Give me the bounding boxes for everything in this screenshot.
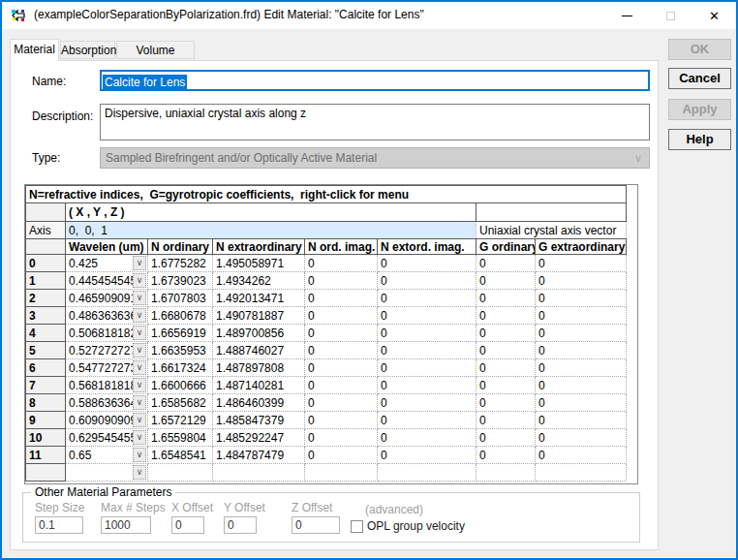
row-index[interactable]: 0 — [26, 255, 66, 272]
row-index[interactable]: 7 — [26, 377, 66, 394]
axis-value-cell[interactable]: 0, 0, 1 — [66, 222, 477, 239]
value-cell[interactable]: 1.6707803 — [148, 290, 213, 307]
value-cell[interactable]: 0 — [378, 290, 477, 307]
opl-group-velocity-checkbox[interactable] — [351, 520, 363, 533]
close-button[interactable]: ✕ — [692, 2, 736, 29]
value-cell[interactable]: 0 — [378, 255, 477, 272]
value-cell[interactable]: 0 — [305, 377, 378, 394]
value-cell[interactable]: 0 — [305, 255, 378, 272]
wavelen-cell[interactable]: 0.425∨ — [66, 255, 148, 272]
wavelen-cell[interactable]: 0.527272727∨ — [66, 342, 148, 359]
wavelen-cell[interactable]: 0.547727273∨ — [66, 359, 148, 377]
value-cell[interactable]: 0 — [378, 447, 477, 464]
tab-material[interactable]: Material — [10, 39, 59, 61]
value-cell[interactable]: 0 — [378, 394, 477, 412]
wavelen-cell[interactable]: 0.588636364∨ — [66, 394, 148, 412]
wavelen-dropdown-button[interactable]: ∨ — [133, 395, 146, 410]
value-cell[interactable]: 0 — [536, 447, 627, 464]
description-input[interactable]: Dispersive, uniaxial crystal axis along … — [100, 104, 650, 140]
value-cell[interactable]: 0 — [536, 290, 627, 307]
value-cell[interactable]: 1.487140281 — [213, 377, 305, 394]
value-cell[interactable]: 0 — [477, 447, 536, 464]
value-cell[interactable]: 0 — [378, 272, 477, 290]
value-cell[interactable]: 0 — [305, 307, 378, 325]
value-cell[interactable]: 1.495058971 — [213, 255, 305, 272]
value-cell[interactable]: 1.488746027 — [213, 342, 305, 359]
value-cell[interactable]: 1.485292247 — [213, 429, 305, 447]
value-cell[interactable]: 1.484787479 — [213, 447, 305, 464]
value-cell[interactable]: 1.6600666 — [148, 377, 213, 394]
row-index[interactable]: 9 — [26, 412, 66, 429]
value-cell[interactable]: 1.6635953 — [148, 342, 213, 359]
value-cell[interactable]: 1.489700856 — [213, 325, 305, 342]
value-cell[interactable]: 0 — [536, 394, 627, 412]
value-cell[interactable]: 0 — [305, 412, 378, 429]
value-cell[interactable]: 0 — [477, 272, 536, 290]
row-index[interactable]: 2 — [26, 290, 66, 307]
wavelen-dropdown-button[interactable]: ∨ — [133, 343, 146, 358]
wavelen-dropdown-button[interactable]: ∨ — [133, 360, 146, 375]
value-cell[interactable]: 0 — [305, 447, 378, 464]
value-cell[interactable]: 1.6585682 — [148, 394, 213, 412]
value-cell[interactable]: 0 — [536, 307, 627, 325]
value-cell[interactable]: 0 — [378, 342, 477, 359]
row-index[interactable] — [26, 464, 66, 482]
value-cell[interactable]: 0 — [305, 429, 378, 447]
value-cell[interactable]: 1.6559804 — [148, 429, 213, 447]
value-cell[interactable] — [378, 464, 477, 482]
value-cell[interactable]: 1.6548541 — [148, 447, 213, 464]
value-cell[interactable]: 0 — [536, 255, 627, 272]
name-input[interactable]: Calcite for Lens — [100, 70, 650, 91]
value-cell[interactable]: 0 — [477, 412, 536, 429]
value-cell[interactable]: 0 — [305, 290, 378, 307]
wavelen-dropdown-button[interactable]: ∨ — [133, 291, 146, 305]
table-banner[interactable]: N=refractive indices, G=gyrotropic coeff… — [26, 186, 627, 203]
value-cell[interactable]: 0 — [477, 307, 536, 325]
row-index[interactable]: 11 — [26, 447, 66, 464]
value-cell[interactable]: 0 — [378, 412, 477, 429]
tab-volume-scatter[interactable]: Volume Scatter — [116, 41, 195, 59]
value-cell[interactable]: 0 — [536, 342, 627, 359]
value-cell[interactable]: 0 — [305, 342, 378, 359]
value-cell[interactable]: 0 — [305, 359, 378, 377]
value-cell[interactable]: 1.6572129 — [148, 412, 213, 429]
value-cell[interactable]: 0 — [536, 377, 627, 394]
row-index[interactable]: 4 — [26, 325, 66, 342]
wavelen-cell[interactable]: 0.506818182∨ — [66, 325, 148, 342]
value-cell[interactable]: 0 — [477, 290, 536, 307]
wavelen-dropdown-button[interactable]: ∨ — [133, 256, 146, 270]
tab-absorption[interactable]: Absorption — [60, 41, 115, 59]
value-cell[interactable]: 0 — [536, 272, 627, 290]
wavelen-cell[interactable]: 0.445454545∨ — [66, 272, 148, 290]
value-cell[interactable] — [477, 464, 536, 482]
value-cell[interactable] — [305, 464, 378, 482]
value-cell[interactable]: 1.6775282 — [148, 255, 213, 272]
wavelen-cell[interactable]: 0.568181818∨ — [66, 377, 148, 394]
help-button[interactable]: Help — [668, 129, 731, 150]
value-cell[interactable]: 1.6739023 — [148, 272, 213, 290]
value-cell[interactable]: 0 — [536, 325, 627, 342]
cancel-button[interactable]: Cancel — [668, 68, 731, 89]
value-cell[interactable]: 1.4934262 — [213, 272, 305, 290]
wavelen-dropdown-button[interactable]: ∨ — [133, 413, 146, 427]
value-cell[interactable]: 0 — [378, 377, 477, 394]
value-cell[interactable]: 1.485847379 — [213, 412, 305, 429]
value-cell[interactable]: 0 — [305, 394, 378, 412]
value-cell[interactable]: 0 — [477, 325, 536, 342]
value-cell[interactable]: 0 — [477, 394, 536, 412]
wavelen-dropdown-button[interactable]: ∨ — [133, 273, 146, 288]
minimize-button[interactable] — [605, 2, 649, 29]
value-cell[interactable] — [148, 464, 213, 482]
value-cell[interactable]: 1.6617324 — [148, 359, 213, 377]
row-index[interactable]: 10 — [26, 429, 66, 447]
value-cell[interactable]: 1.486460399 — [213, 394, 305, 412]
value-cell[interactable]: 0 — [477, 255, 536, 272]
wavelen-dropdown-button[interactable]: ∨ — [133, 326, 146, 340]
value-cell[interactable]: 0 — [305, 272, 378, 290]
value-cell[interactable]: 0 — [477, 342, 536, 359]
value-cell[interactable]: 0 — [378, 307, 477, 325]
wavelen-cell[interactable]: 0.486363636∨ — [66, 307, 148, 325]
wavelen-dropdown-button[interactable]: ∨ — [133, 430, 146, 445]
wavelen-cell[interactable]: 0.629545455∨ — [66, 429, 148, 447]
wavelen-cell[interactable]: 0.465909091∨ — [66, 290, 148, 307]
